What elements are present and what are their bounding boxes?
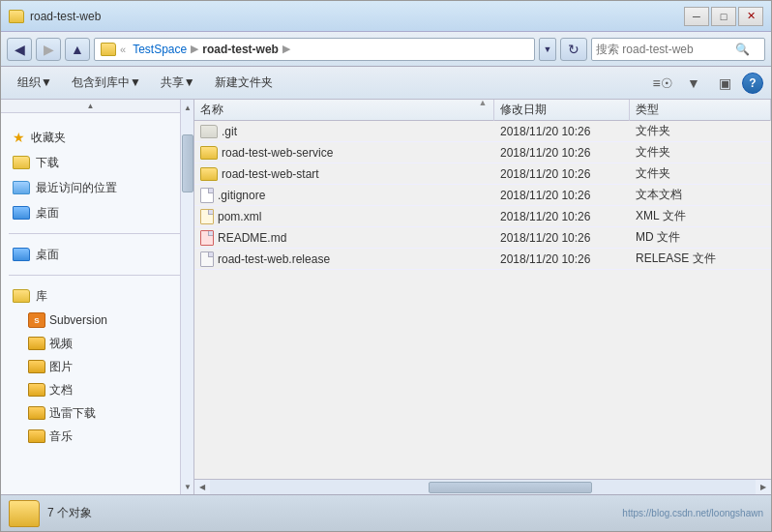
minimize-button[interactable]: ─ xyxy=(684,7,709,26)
address-path[interactable]: « TestSpace ▶ road-test-web ▶ xyxy=(94,38,535,61)
scrollbar-thumb[interactable] xyxy=(182,134,193,192)
table-row[interactable]: pom.xml 2018/11/20 10:26 XML 文件 xyxy=(194,206,771,227)
sidebar-item-desktop[interactable]: 桌面 xyxy=(1,200,193,225)
file-list-header: ▲ 名称 修改日期 类型 xyxy=(194,100,771,121)
scrollbar-up[interactable]: ▲ xyxy=(181,100,194,115)
h-scroll-thumb[interactable] xyxy=(429,482,592,493)
search-box: 🔍 xyxy=(591,38,765,61)
path-dropdown-button[interactable]: ▼ xyxy=(539,38,556,61)
col-header-type[interactable]: 类型 xyxy=(630,100,771,121)
col-header-date[interactable]: 修改日期 xyxy=(494,100,630,121)
video-icon xyxy=(28,337,45,350)
organize-button[interactable]: 组织▼ xyxy=(9,71,61,96)
file-name: pom.xml xyxy=(194,209,494,224)
desktop2-icon xyxy=(13,248,30,261)
table-row[interactable]: README.md 2018/11/20 10:26 MD 文件 xyxy=(194,227,771,249)
window-title: road-test-web xyxy=(30,10,101,23)
file-date: 2018/11/20 10:26 xyxy=(494,125,630,138)
file-date: 2018/11/20 10:26 xyxy=(494,210,630,223)
path-testspace[interactable]: TestSpace xyxy=(133,43,187,56)
h-scrollbar: ◀ ▶ xyxy=(194,479,771,494)
title-bar-buttons: ─ □ ✕ xyxy=(684,7,763,26)
table-row[interactable]: road-test-web.release 2018/11/20 10:26 R… xyxy=(194,249,771,270)
path-current[interactable]: road-test-web xyxy=(202,43,279,56)
status-count: 7 个对象 xyxy=(47,505,92,521)
desktop-icon xyxy=(13,206,30,220)
search-input[interactable] xyxy=(596,43,731,56)
toolbar: 组织▼ 包含到库中▼ 共享▼ 新建文件夹 ≡☉ ▼ ▣ ? xyxy=(1,67,771,100)
file-date: 2018/11/20 10:26 xyxy=(494,167,630,181)
star-icon: ★ xyxy=(13,130,25,145)
table-row[interactable]: .gitignore 2018/11/20 10:26 文本文档 xyxy=(194,185,771,206)
maximize-button[interactable]: □ xyxy=(711,7,736,26)
h-scroll-right[interactable]: ▶ xyxy=(756,480,771,495)
file-icon xyxy=(200,251,214,267)
status-folder-icon xyxy=(9,500,40,527)
include-library-label: 包含到库中▼ xyxy=(72,74,141,91)
sidebar-item-recent[interactable]: 最近访问的位置 xyxy=(1,175,193,200)
forward-button[interactable]: ▶ xyxy=(36,38,61,61)
status-bar: 7 个对象 https://blog.csdn.net/loongshawn xyxy=(1,494,771,531)
watermark: https://blog.csdn.net/loongshawn xyxy=(622,508,763,518)
search-icon[interactable]: 🔍 xyxy=(735,43,750,56)
new-folder-button[interactable]: 新建文件夹 xyxy=(206,71,282,96)
view-icon-button[interactable]: ▣ xyxy=(711,71,738,96)
h-scroll-left[interactable]: ◀ xyxy=(194,480,210,495)
sidebar-item-favorites[interactable]: ★ 收藏夹 xyxy=(1,125,193,150)
file-date: 2018/11/20 10:26 xyxy=(494,231,630,245)
file-name: .git xyxy=(194,125,494,138)
file-icon xyxy=(200,146,218,160)
sidebar-item-thunder[interactable]: 迅雷下载 xyxy=(1,401,193,425)
table-row[interactable]: road-test-web-start 2018/11/20 10:26 文件夹 xyxy=(194,163,771,185)
close-button[interactable]: ✕ xyxy=(738,7,763,26)
thunder-label: 迅雷下载 xyxy=(49,405,96,422)
downloads-label: 下载 xyxy=(36,155,59,171)
file-type: 文件夹 xyxy=(630,123,771,139)
file-name: road-test-web-start xyxy=(194,167,494,181)
images-icon xyxy=(28,360,45,373)
sidebar-item-library[interactable]: 库 xyxy=(1,283,193,309)
sidebar-item-documents[interactable]: 文档 xyxy=(1,378,193,401)
file-type: XML 文件 xyxy=(630,208,771,224)
video-label: 视频 xyxy=(49,336,73,352)
sidebar-item-downloads[interactable]: 下载 xyxy=(1,150,193,175)
file-icon xyxy=(200,167,218,181)
sidebar-item-subversion[interactable]: S Subversion xyxy=(1,309,193,332)
help-button[interactable]: ? xyxy=(742,73,763,94)
view-dropdown-button[interactable]: ▼ xyxy=(680,71,707,96)
file-icon xyxy=(200,209,214,224)
sidebar-scrollbar[interactable]: ▲ ▼ xyxy=(180,100,193,494)
sidebar-item-images[interactable]: 图片 xyxy=(1,355,193,378)
file-type: 文本文档 xyxy=(630,187,771,203)
file-name: road-test-web.release xyxy=(194,251,494,267)
favorites-section: ★ 收藏夹 下载 最近访问的位置 桌面 xyxy=(1,121,193,229)
sidebar-item-video[interactable]: 视频 xyxy=(1,332,193,355)
h-scroll-track[interactable] xyxy=(210,480,756,494)
new-folder-label: 新建文件夹 xyxy=(215,74,273,91)
music-label: 音乐 xyxy=(49,429,73,445)
toolbar-right: ≡☉ ▼ ▣ ? xyxy=(649,71,763,96)
sidebar-item-desktop2[interactable]: 桌面 xyxy=(1,242,193,267)
path-arrow2: ▶ xyxy=(282,43,290,55)
file-date: 2018/11/20 10:26 xyxy=(494,146,630,160)
file-list: ▲ 名称 修改日期 类型 .git 2018/11/20 10:26 文件夹 xyxy=(194,100,771,494)
recent-icon xyxy=(13,181,30,194)
col-header-name[interactable]: 名称 xyxy=(194,100,494,121)
title-bar-left: road-test-web xyxy=(9,10,101,23)
file-name: road-test-web-service xyxy=(194,146,494,160)
share-button[interactable]: 共享▼ xyxy=(152,71,204,96)
file-list-body: .git 2018/11/20 10:26 文件夹 road-test-web-… xyxy=(194,121,771,479)
back-button[interactable]: ◀ xyxy=(7,38,32,61)
table-row[interactable]: road-test-web-service 2018/11/20 10:26 文… xyxy=(194,142,771,163)
main-window: road-test-web ─ □ ✕ ◀ ▶ ▲ « TestSpace ▶ … xyxy=(0,0,772,532)
sidebar-item-music[interactable]: 音乐 xyxy=(1,425,193,448)
table-row[interactable]: .git 2018/11/20 10:26 文件夹 xyxy=(194,121,771,142)
sidebar-scroll-up[interactable]: ▲ xyxy=(1,100,180,113)
sort-indicator: ▲ xyxy=(479,100,488,107)
scrollbar-down[interactable]: ▼ xyxy=(181,479,194,494)
include-library-button[interactable]: 包含到库中▼ xyxy=(63,71,150,96)
refresh-button[interactable]: ↻ xyxy=(560,38,587,61)
library-icon xyxy=(13,289,30,303)
view-details-button[interactable]: ≡☉ xyxy=(649,71,676,96)
up-button[interactable]: ▲ xyxy=(65,38,90,61)
